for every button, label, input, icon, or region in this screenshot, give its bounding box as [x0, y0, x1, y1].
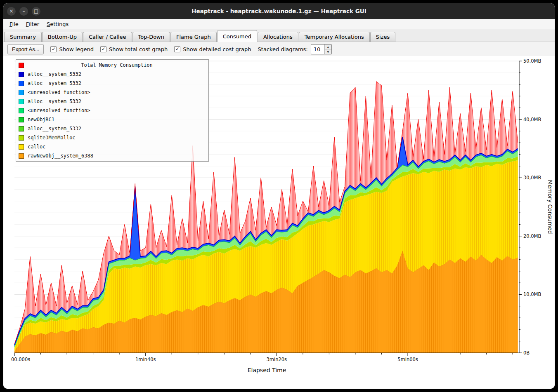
- minimize-button[interactable]: –: [19, 7, 28, 16]
- legend-swatch: [19, 90, 24, 95]
- legend-swatch: [19, 144, 24, 150]
- legend-swatch: [19, 135, 24, 141]
- x-axis-title: Elapsed Time: [14, 367, 519, 373]
- legend-swatch: [19, 99, 24, 104]
- svg-text:10,0MB: 10,0MB: [523, 291, 541, 297]
- menu-file[interactable]: File: [6, 20, 22, 28]
- chart-legend: Total Memory Consumptionalloc__system_53…: [16, 59, 209, 162]
- spin-down-button[interactable]: ▼: [325, 49, 331, 54]
- legend-item-label: calloc: [28, 144, 45, 150]
- tab-bottom-up[interactable]: Bottom-Up: [42, 32, 83, 42]
- legend-item-label: <unresolved function>: [28, 89, 90, 95]
- tab-summary[interactable]: Summary: [4, 32, 42, 42]
- menu-bar: File Filter Settings: [3, 19, 555, 30]
- tab-temporary-allocations[interactable]: Temporary Allocations: [299, 32, 370, 42]
- toolbar: Export As... ✓Show legend✓Show total cos…: [3, 42, 555, 56]
- window-title: Heaptrack - heaptrack.wakunode.1.gz — He…: [3, 8, 555, 14]
- checkbox-show-total-cost-graph[interactable]: ✓Show total cost graph: [100, 46, 168, 52]
- tab-sizes[interactable]: Sizes: [370, 32, 395, 42]
- export-as-button[interactable]: Export As...: [7, 44, 44, 54]
- legend-item-label: rawNewObj__system_6388: [28, 153, 93, 159]
- legend-item-label: alloc__system_5332: [28, 80, 81, 86]
- legend-item-label: <unresolved function>: [28, 108, 90, 113]
- legend-swatch: [19, 153, 24, 159]
- tab-consumed[interactable]: Consumed: [217, 30, 257, 42]
- chart-area: 00.000s1min40s3min20s5min00s0B10,0MB20,0…: [3, 56, 555, 389]
- svg-text:3min20s: 3min20s: [266, 357, 287, 362]
- svg-text:5min00s: 5min00s: [397, 357, 418, 362]
- tab-allocations[interactable]: Allocations: [258, 32, 298, 42]
- menu-settings[interactable]: Settings: [43, 20, 72, 28]
- tab-bar: SummaryBottom-UpCaller / CalleeTop-DownF…: [3, 30, 555, 42]
- stacked-diagrams-control: Stacked diagrams: 10 ▲ ▼: [258, 44, 332, 54]
- chevron-up-icon: ▲: [327, 45, 329, 48]
- svg-text:50,0MB: 50,0MB: [523, 58, 541, 64]
- legend-item: <unresolved function>: [19, 88, 206, 97]
- tab-flame-graph[interactable]: Flame Graph: [170, 32, 217, 42]
- checkbox-label: Show legend: [59, 46, 94, 52]
- svg-text:00.000s: 00.000s: [11, 357, 30, 362]
- svg-text:20,0MB: 20,0MB: [523, 233, 541, 239]
- close-button[interactable]: ×: [7, 7, 16, 16]
- legend-item: alloc__system_5332: [19, 97, 206, 106]
- checkbox-check-icon: ✓: [50, 46, 57, 52]
- title-bar[interactable]: × – □ Heaptrack - heaptrack.wakunode.1.g…: [3, 3, 555, 19]
- menu-filter[interactable]: Filter: [22, 20, 43, 28]
- stacked-diagrams-spinbox[interactable]: 10 ▲ ▼: [311, 44, 332, 54]
- close-icon: ×: [9, 9, 13, 14]
- legend-item: alloc__system_5332: [19, 79, 206, 88]
- legend-title: Total Memory Consumption: [28, 62, 206, 68]
- svg-text:30,0MB: 30,0MB: [523, 175, 541, 181]
- legend-item-label: alloc__system_5332: [28, 126, 81, 131]
- legend-item: calloc: [19, 142, 206, 151]
- legend-item: alloc__system_5332: [19, 124, 206, 133]
- tab-top-down[interactable]: Top-Down: [132, 32, 170, 42]
- checkbox-check-icon: ✓: [100, 46, 106, 52]
- legend-swatch: [19, 117, 24, 122]
- svg-text:40,0MB: 40,0MB: [523, 117, 541, 122]
- chevron-down-icon: ▼: [327, 50, 329, 53]
- maximize-icon: □: [34, 9, 38, 14]
- checkbox-show-detailed-cost-graph[interactable]: ✓Show detailed cost graph: [174, 46, 251, 52]
- legend-item: sqlite3MemMalloc: [19, 133, 206, 142]
- y-axis-title: Memory Consumed: [547, 180, 553, 234]
- svg-text:0B: 0B: [523, 350, 530, 356]
- checkbox-check-icon: ✓: [174, 46, 180, 52]
- legend-swatch: [19, 72, 24, 77]
- legend-item: alloc__system_5332: [19, 70, 206, 79]
- legend-item-label: alloc__system_5332: [28, 71, 81, 77]
- legend-item-label: sqlite3MemMalloc: [28, 135, 76, 141]
- app-window: × – □ Heaptrack - heaptrack.wakunode.1.g…: [3, 3, 555, 389]
- maximize-button[interactable]: □: [32, 7, 40, 16]
- legend-swatch: [19, 126, 24, 131]
- checkbox-show-legend[interactable]: ✓Show legend: [50, 46, 94, 52]
- spinbox-buttons: ▲ ▼: [324, 45, 331, 54]
- spin-up-button[interactable]: ▲: [325, 45, 331, 49]
- legend-swatch: [19, 81, 24, 86]
- legend-swatch: [19, 108, 24, 113]
- legend-item: <unresolved function>: [19, 106, 206, 115]
- tab-caller-callee[interactable]: Caller / Callee: [83, 32, 132, 42]
- svg-text:1min40s: 1min40s: [135, 357, 156, 362]
- legend-item: rawNewObj__system_6388: [19, 151, 206, 160]
- stacked-diagrams-value[interactable]: 10: [311, 45, 324, 54]
- stacked-diagrams-label: Stacked diagrams:: [258, 46, 308, 52]
- checkbox-label: Show detailed cost graph: [183, 46, 251, 52]
- legend-item: newObjRC1: [19, 115, 206, 124]
- legend-item-label: alloc__system_5332: [28, 99, 81, 104]
- legend-title-row: Total Memory Consumption: [19, 61, 206, 70]
- minimize-icon: –: [23, 9, 25, 14]
- toolbar-checkboxes: ✓Show legend✓Show total cost graph✓Show …: [50, 46, 251, 52]
- legend-swatch: [19, 63, 24, 68]
- legend-item-label: newObjRC1: [28, 117, 54, 122]
- checkbox-label: Show total cost graph: [109, 46, 168, 52]
